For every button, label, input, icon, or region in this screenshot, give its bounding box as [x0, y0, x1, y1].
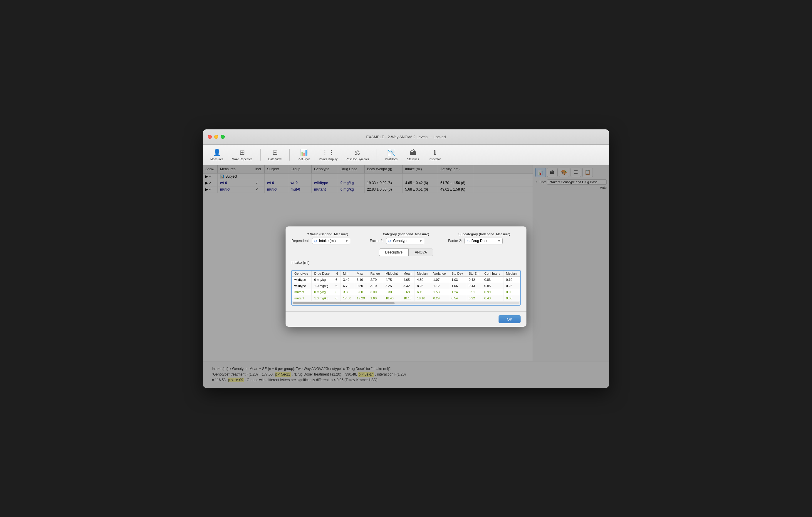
- ok-button[interactable]: OK: [498, 315, 521, 323]
- table-cell: 0.54: [449, 295, 466, 301]
- factor2-row: Factor 2: ⊙ Drug Dose ▼: [448, 238, 521, 244]
- table-cell: 1.06: [449, 282, 466, 289]
- inspector-label: Inspector: [429, 158, 441, 161]
- toolbar: 👤 Measures ⊞ Make Repeated ⊟ Data View 📊…: [203, 145, 609, 165]
- posthocs-button[interactable]: 📉 PostHocs: [381, 147, 402, 163]
- points-display-button[interactable]: ⋮⋮ Points Display: [316, 147, 341, 163]
- make-repeated-label: Make Repeated: [232, 158, 253, 161]
- table-cell: 0.99: [482, 289, 503, 295]
- table-cell: 4.65: [401, 276, 414, 282]
- table-cell: 8.32: [401, 282, 414, 289]
- table-cell: 0.43: [466, 282, 482, 289]
- table-cell: 6: [333, 282, 341, 289]
- table-cell: 1.12: [431, 282, 449, 289]
- th-min: Min: [341, 271, 354, 277]
- points-display-label: Points Display: [319, 158, 338, 161]
- table-cell: 0.85: [482, 282, 503, 289]
- table-cell: 0 mg/kg: [312, 289, 333, 295]
- table-cell: 6.70: [341, 282, 354, 289]
- statistics-icon: 🏔: [410, 149, 416, 157]
- table-cell: 0.43: [482, 295, 503, 301]
- table-cell: 0.22: [466, 295, 482, 301]
- measures-label: Measures: [210, 158, 223, 161]
- toolbar-group-plot: 📊 Plot Style ⋮⋮ Points Display ⚖ PostHoc…: [294, 147, 373, 163]
- factor1-icon: ⊙: [388, 239, 391, 243]
- table-row: wildtype1.0 mg/kg66.709.803.108.258.328.…: [292, 282, 520, 289]
- factor2-icon: ⊙: [466, 239, 470, 243]
- table-cell: 0.00: [503, 295, 520, 301]
- th-midpoint: Midpoint: [383, 271, 401, 277]
- toolbar-group-measures: 👤 Measures ⊞ Make Repeated: [206, 147, 256, 163]
- factor1-select[interactable]: ⊙ Genotype ▼: [386, 238, 424, 244]
- th-conf-interv: Conf Interv: [482, 271, 503, 277]
- th-drug-dose: Drug Dose: [312, 271, 333, 277]
- table-cell: 6: [333, 276, 341, 282]
- table-cell: wildtype: [292, 276, 312, 282]
- table-cell: 18.10: [414, 295, 431, 301]
- y-value-title: Y Value (Depend. Measure): [291, 232, 364, 236]
- posthoc-symbols-button[interactable]: ⚖ PostHoc Symbols: [342, 147, 373, 163]
- table-cell: 2.70: [368, 276, 383, 282]
- table-cell: 0.25: [503, 282, 520, 289]
- th-mean: Mean: [401, 271, 414, 277]
- posthoc-symbols-icon: ⚖: [354, 149, 360, 157]
- make-repeated-button[interactable]: ⊞ Make Repeated: [228, 147, 256, 163]
- minimize-button[interactable]: [214, 135, 218, 139]
- table-cell: 1.60: [368, 295, 383, 301]
- table-row: mutant0 mg/kg63.806.803.005.305.686.151.…: [292, 289, 520, 295]
- factor1-label: Factor 1:: [370, 239, 384, 243]
- table-cell: 0.51: [466, 289, 482, 295]
- tab-descriptive[interactable]: Descriptive: [379, 248, 409, 256]
- factor2-value: Drug Dose: [471, 239, 488, 243]
- statistics-button[interactable]: 🏔 Statistics: [403, 147, 423, 163]
- tab-anova[interactable]: ANOVA: [409, 248, 433, 256]
- title-bar: EXAMPLE - 2-Way ANOVA 2 Levels — Locked: [203, 129, 609, 145]
- table-row: wildtype0 mg/kg63.406.102.704.754.654.50…: [292, 276, 520, 282]
- th-range: Range: [368, 271, 383, 277]
- table-cell: 3.00: [368, 289, 383, 295]
- scrollbar-track: [293, 302, 519, 304]
- category-title: Category (Independ. Measure): [370, 232, 442, 236]
- factor1-arrow: ▼: [419, 239, 422, 243]
- posthocs-icon: 📉: [387, 149, 395, 157]
- dependent-label: Dependent:: [291, 239, 310, 243]
- factor1-row: Factor 1: ⊙ Genotype ▼: [370, 238, 442, 244]
- inspector-button[interactable]: ℹ Inspector: [425, 147, 445, 163]
- table-cell: 6: [333, 295, 341, 301]
- modal-footer: OK: [286, 311, 526, 327]
- measures-button[interactable]: 👤 Measures: [206, 147, 227, 163]
- plot-style-icon: 📊: [300, 149, 308, 157]
- table-cell: 1.03: [449, 276, 466, 282]
- plot-style-button[interactable]: 📊 Plot Style: [294, 147, 314, 163]
- table-cell: 1.24: [449, 289, 466, 295]
- factor2-select[interactable]: ⊙ Drug Dose ▼: [464, 238, 503, 244]
- horizontal-scrollbar[interactable]: [292, 301, 520, 305]
- dependent-select[interactable]: ⊙ Intake (ml) ▼: [312, 238, 350, 244]
- modal-body: Y Value (Depend. Measure) Dependent: ⊙ I…: [286, 226, 526, 311]
- table-cell: 17.60: [341, 295, 354, 301]
- scrollbar-thumb[interactable]: [293, 302, 395, 304]
- factor2-arrow: ▼: [498, 239, 501, 243]
- table-cell: mutant: [292, 295, 312, 301]
- data-view-button[interactable]: ⊟ Data View: [265, 147, 285, 163]
- main-content: Show Measures Incl. Subject Group Genoty…: [203, 165, 609, 388]
- modal-overlay: Y Value (Depend. Measure) Dependent: ⊙ I…: [203, 165, 609, 388]
- dependent-row: Dependent: ⊙ Intake (ml) ▼: [291, 238, 364, 244]
- table-cell: 0.42: [466, 276, 482, 282]
- posthoc-symbols-label: PostHoc Symbols: [346, 158, 369, 161]
- close-button[interactable]: [208, 135, 212, 139]
- plot-style-label: Plot Style: [298, 158, 310, 161]
- table-cell: 0.10: [503, 276, 520, 282]
- th-variance: Variance: [431, 271, 449, 277]
- table-cell: 4.75: [383, 276, 401, 282]
- th-std-dev: Std Dev: [449, 271, 466, 277]
- table-cell: wildtype: [292, 282, 312, 289]
- subcategory-group: Subcategory (Independ. Measure) Factor 2…: [448, 232, 521, 244]
- stats-table-wrapper[interactable]: Genotype Drug Dose N Min Max Range Midpo…: [291, 270, 521, 305]
- table-cell: 4.50: [414, 276, 431, 282]
- toolbar-separator-3: [377, 149, 377, 161]
- maximize-button[interactable]: [221, 135, 225, 139]
- th-std-err: Std Err: [466, 271, 482, 277]
- posthocs-label: PostHocs: [385, 158, 398, 161]
- table-cell: 3.40: [341, 276, 354, 282]
